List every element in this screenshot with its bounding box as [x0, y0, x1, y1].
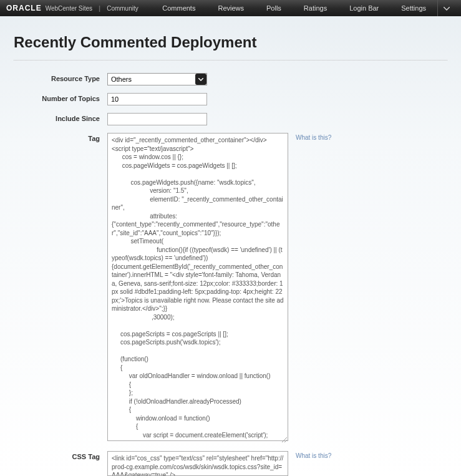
row-css-tag: CSS Tag What is this? [14, 451, 447, 476]
section-name: Community [107, 5, 138, 12]
row-include-since: Include Since [14, 113, 447, 125]
nav-comments[interactable]: Comments [151, 0, 206, 16]
main-nav: Comments Reviews Polls Ratings Login Bar… [151, 0, 455, 16]
nav-login-bar[interactable]: Login Bar [338, 0, 390, 16]
tag-textarea[interactable] [107, 133, 288, 441]
row-resource-type: Resource Type [14, 73, 447, 85]
nav-ratings[interactable]: Ratings [293, 0, 338, 16]
include-since-input[interactable] [107, 113, 207, 125]
page-title: Recently Commented Deployment [14, 34, 447, 51]
row-number-topics: Number of Topics [14, 93, 447, 105]
row-tag: Tag What is this? [14, 133, 447, 444]
divider: | [99, 4, 100, 12]
oracle-logo: ORACLE [6, 4, 42, 12]
top-navigation-bar: ORACLE WebCenter Sites | Community Comme… [0, 0, 461, 16]
resource-type-select-wrap [107, 73, 207, 85]
chevron-down-icon[interactable] [437, 0, 455, 16]
number-topics-input[interactable] [107, 93, 207, 105]
resource-type-select[interactable] [107, 73, 207, 85]
include-since-label: Include Since [14, 113, 107, 122]
css-tag-textarea[interactable] [107, 451, 288, 476]
tag-label: Tag [14, 133, 107, 142]
divider-line [14, 60, 447, 61]
what-is-this-link[interactable]: What is this? [288, 451, 331, 459]
product-name: WebCenter Sites [46, 5, 92, 12]
css-tag-label: CSS Tag [14, 451, 107, 460]
what-is-this-link[interactable]: What is this? [288, 133, 331, 141]
nav-polls[interactable]: Polls [255, 0, 293, 16]
nav-reviews[interactable]: Reviews [206, 0, 255, 16]
number-topics-label: Number of Topics [14, 93, 107, 102]
nav-settings[interactable]: Settings [390, 0, 437, 16]
content-area: Recently Commented Deployment Resource T… [0, 16, 461, 476]
logo-area: ORACLE WebCenter Sites | Community [6, 4, 138, 12]
resource-type-label: Resource Type [14, 73, 107, 82]
